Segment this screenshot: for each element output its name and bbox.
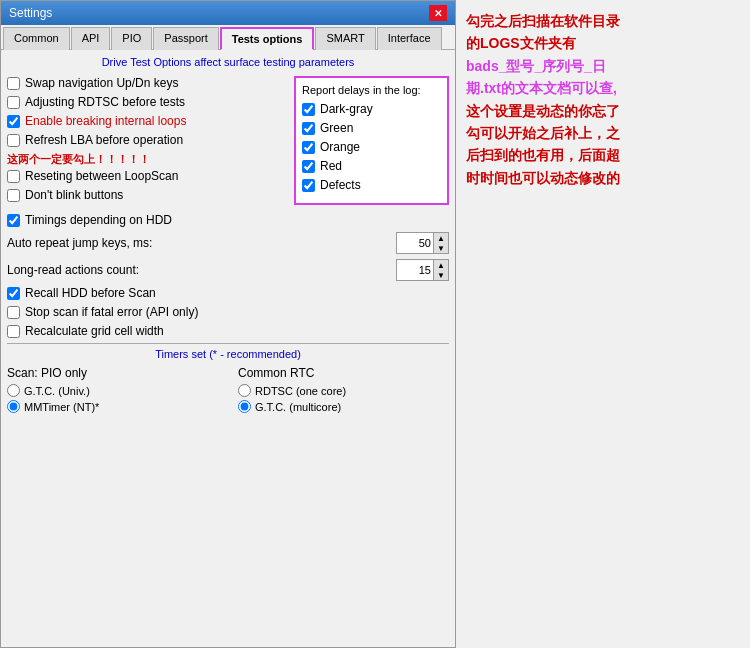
checkbox-label-1: Swap navigation Up/Dn keys [25,76,178,90]
title-bar: Settings ✕ [1,1,455,25]
checkbox-label-9: Stop scan if fatal error (API only) [25,305,198,319]
timer-col-scan: Scan: PIO only G.T.C. (Univ.) MMTimer (N… [7,366,218,416]
spinbox-input-1[interactable]: 50 [397,233,433,253]
annotation-middle: 这两个一定要勾上！！！！！ [7,152,286,167]
ann-line1: 勾完之后扫描在软件目录 [466,13,620,29]
spinbox-row-2: Long-read actions count: 15 ▲ ▼ [7,259,449,281]
checkbox-label-7: Timings depending on HDD [25,213,172,227]
tab-api[interactable]: API [71,27,111,50]
report-label-green: Green [320,121,353,135]
checkbox-reseting[interactable] [7,170,20,183]
spin-down-1[interactable]: ▼ [434,243,448,253]
radio-label-rdtsc: RDTSC (one core) [255,385,346,397]
checkbox-enable-breaking[interactable] [7,115,20,128]
tab-passport[interactable]: Passport [153,27,218,50]
common-label: Common RTC [238,366,449,380]
right-column: Report delays in the log: Dark-gray Gree… [294,76,449,207]
checkbox-recalculate[interactable] [7,325,20,338]
spin-up-1[interactable]: ▲ [434,233,448,243]
checkbox-label-6: Don't blink buttons [25,188,123,202]
tab-pio[interactable]: PIO [111,27,152,50]
checkbox-orange[interactable] [302,141,315,154]
tab-bar: Common API PIO Passport Tests options SM… [1,25,455,50]
spinbox-label-2: Long-read actions count: [7,263,396,277]
report-box: Report delays in the log: Dark-gray Gree… [294,76,449,205]
spinbox-label-1: Auto repeat jump keys, ms: [7,236,396,250]
checkbox-row-2: Adjusting RDTSC before tests [7,95,286,109]
radio-row-rdtsc: RDTSC (one core) [238,384,449,397]
spinbox-row-1: Auto repeat jump keys, ms: 50 ▲ ▼ [7,232,449,254]
radio-label-mmtimer: MMTimer (NT)* [24,401,99,413]
ann-line3: bads_型号_序列号_日 [466,58,606,74]
left-column: Swap navigation Up/Dn keys Adjusting RDT… [7,76,286,207]
ann-line7: 后扫到的也有用，后面超 [466,147,620,163]
checkbox-stop-scan[interactable] [7,306,20,319]
timer-grid: Scan: PIO only G.T.C. (Univ.) MMTimer (N… [7,366,449,416]
radio-row-mmtimer: MMTimer (NT)* [7,400,218,413]
checkbox-row-1: Swap navigation Up/Dn keys [7,76,286,90]
radio-row-gtc-multi: G.T.C. (multicore) [238,400,449,413]
tab-common[interactable]: Common [3,27,70,50]
report-check-red: Red [302,159,441,173]
checkbox-timings[interactable] [7,214,20,227]
ann-line4: 期.txt的文本文档可以查, [466,80,617,96]
checkbox-adjusting-rdtsc[interactable] [7,96,20,109]
checkbox-green[interactable] [302,122,315,135]
timers-title: Timers set (* - recommended) [7,348,449,360]
main-area: Swap navigation Up/Dn keys Adjusting RDT… [7,76,449,207]
radio-rdtsc[interactable] [238,384,251,397]
spinbox-arrows-1: ▲ ▼ [433,233,448,253]
annotation-panel: 勾完之后扫描在软件目录 的LOGS文件夹有 bads_型号_序列号_日 期.tx… [456,0,750,648]
spinbox-2: 15 ▲ ▼ [396,259,449,281]
timers-section: Timers set (* - recommended) Scan: PIO o… [7,343,449,416]
ann-line5: 这个设置是动态的你忘了 [466,103,620,119]
spinbox-input-2[interactable]: 15 [397,260,433,280]
content-area: Drive Test Options affect surface testin… [1,50,455,647]
ann-line6: 勾可以开始之后补上，之 [466,125,620,141]
radio-mmtimer[interactable] [7,400,20,413]
checkbox-label-4: Refresh LBA before operation [25,133,183,147]
report-label-red: Red [320,159,342,173]
window-title: Settings [9,6,52,20]
checkbox-row-10: Recalculate grid cell width [7,324,449,338]
checkbox-label-2: Adjusting RDTSC before tests [25,95,185,109]
ann-line2: 的LOGS文件夹有 [466,35,576,51]
report-check-green: Green [302,121,441,135]
scan-label: Scan: PIO only [7,366,218,380]
radio-gtc-multi[interactable] [238,400,251,413]
checkbox-label-10: Recalculate grid cell width [25,324,164,338]
radio-label-gtc-multi: G.T.C. (multicore) [255,401,341,413]
checkbox-red[interactable] [302,160,315,173]
checkbox-row-8: Recall HDD before Scan [7,286,449,300]
report-box-title: Report delays in the log: [302,84,441,96]
report-check-defects: Defects [302,178,441,192]
section-title: Drive Test Options affect surface testin… [7,56,449,68]
checkbox-row-5: Reseting between LoopScan [7,169,286,183]
spinbox-arrows-2: ▲ ▼ [433,260,448,280]
checkbox-dont-blink[interactable] [7,189,20,202]
checkbox-row-7: Timings depending on HDD [7,213,449,227]
report-check-orange: Orange [302,140,441,154]
report-label-defects: Defects [320,178,361,192]
radio-gtc-univ[interactable] [7,384,20,397]
checkbox-label-5: Reseting between LoopScan [25,169,178,183]
tab-tests-options[interactable]: Tests options [220,27,315,50]
checkbox-dark-gray[interactable] [302,103,315,116]
spin-down-2[interactable]: ▼ [434,270,448,280]
checkbox-row-6: Don't blink buttons [7,188,286,202]
checkbox-refresh-lba[interactable] [7,134,20,147]
checkbox-recall-hdd[interactable] [7,287,20,300]
checkbox-defects[interactable] [302,179,315,192]
spin-up-2[interactable]: ▲ [434,260,448,270]
checkbox-swap-nav[interactable] [7,77,20,90]
close-button[interactable]: ✕ [429,5,447,21]
tab-smart[interactable]: SMART [315,27,375,50]
radio-row-gtc-univ: G.T.C. (Univ.) [7,384,218,397]
radio-label-gtc-univ: G.T.C. (Univ.) [24,385,90,397]
checkbox-row-4: Refresh LBA before operation [7,133,286,147]
tab-interface[interactable]: Interface [377,27,442,50]
checkbox-label-3: Enable breaking internal loops [25,114,186,128]
checkbox-row-3: Enable breaking internal loops [7,114,286,128]
report-label-orange: Orange [320,140,360,154]
settings-window: Settings ✕ Common API PIO Passport Tests… [0,0,456,648]
